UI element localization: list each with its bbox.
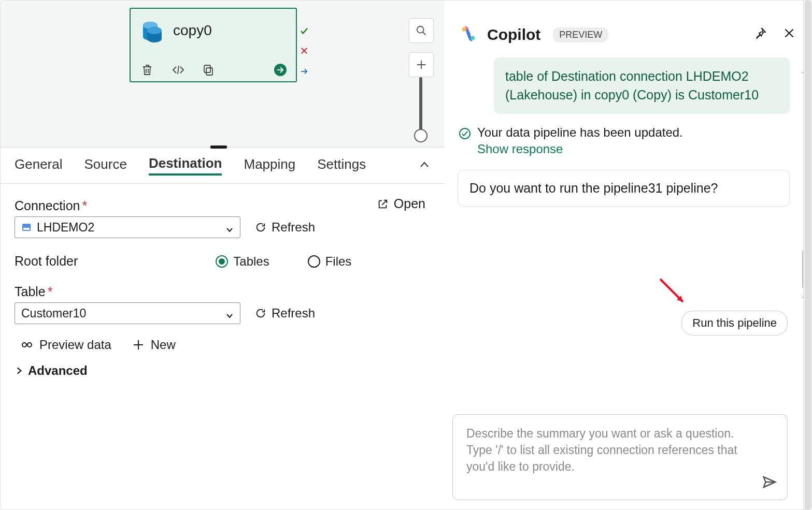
tab-destination[interactable]: Destination — [149, 155, 222, 176]
zoom-slider-handle[interactable] — [414, 129, 428, 142]
zoom-slider-rail[interactable] — [419, 77, 422, 135]
preview-badge: PREVIEW — [553, 27, 608, 42]
svg-rect-8 — [206, 68, 212, 75]
svg-point-16 — [462, 27, 466, 32]
copilot-chat-scroll[interactable]: table of Destination connection LHDEMO2 … — [450, 57, 790, 430]
chat-status-row: Your data pipeline has been updated. Sho… — [459, 125, 790, 156]
table-field-label: Table* — [15, 284, 431, 299]
preview-data-label: Preview data — [39, 338, 111, 352]
connection-select[interactable]: LHDEMO2 — [15, 216, 240, 238]
open-connection-label: Open — [394, 196, 425, 211]
connection-field-label: Connection* — [15, 198, 431, 213]
tab-source[interactable]: Source — [84, 156, 127, 174]
refresh-label: Refresh — [272, 306, 315, 320]
svg-point-18 — [460, 128, 470, 139]
close-panel-button[interactable] — [782, 26, 796, 42]
on-fail-port[interactable] — [300, 46, 309, 55]
pin-panel-button[interactable] — [753, 26, 767, 42]
chevron-down-icon — [225, 223, 234, 237]
delete-activity-button[interactable] — [140, 63, 154, 77]
new-table-label: New — [151, 338, 176, 352]
lakehouse-icon — [21, 222, 32, 232]
svg-point-15 — [27, 343, 32, 347]
connection-refresh-button[interactable]: Refresh — [255, 220, 315, 235]
preview-data-button[interactable]: Preview data — [21, 338, 111, 352]
svg-point-14 — [22, 343, 26, 347]
details-tabs: General Source Destination Mapping Setti… — [1, 148, 445, 184]
svg-point-11 — [417, 26, 424, 33]
refresh-label: Refresh — [272, 220, 315, 235]
collapse-details-button[interactable] — [418, 159, 431, 175]
root-folder-radio-files[interactable]: Files — [308, 254, 352, 269]
activity-node-copy[interactable]: copy0 — [130, 8, 297, 82]
root-folder-radio-tables[interactable]: Tables — [216, 254, 269, 269]
svg-rect-9 — [204, 65, 210, 72]
show-response-link[interactable]: Show response — [477, 142, 683, 156]
chat-assistant-question: Do you want to run the pipeline31 pipeli… — [458, 170, 790, 207]
table-select[interactable]: Customer10 — [15, 302, 240, 324]
tab-mapping[interactable]: Mapping — [244, 156, 295, 174]
chevron-down-icon — [225, 309, 234, 323]
on-success-port[interactable] — [300, 26, 309, 36]
copilot-input[interactable]: Describe the summary you want or ask a q… — [452, 414, 788, 500]
copilot-title: Copilot — [487, 26, 540, 43]
svg-rect-13 — [23, 228, 30, 230]
svg-point-7 — [147, 27, 162, 34]
page-scrollbar[interactable] — [803, 1, 811, 510]
tab-general[interactable]: General — [15, 156, 63, 174]
root-folder-label: Root folder — [15, 254, 78, 269]
on-skip-port[interactable] — [300, 67, 309, 76]
connection-select-value: LHDEMO2 — [37, 221, 94, 235]
send-message-button[interactable] — [762, 474, 777, 492]
tab-settings[interactable]: Settings — [317, 156, 366, 174]
chat-assistant-message: table of Destination connection LHDEMO2 … — [494, 57, 790, 114]
svg-point-6 — [147, 35, 162, 42]
table-refresh-button[interactable]: Refresh — [255, 306, 315, 320]
table-select-value: Customer10 — [21, 307, 86, 320]
activity-node-title: copy0 — [173, 22, 212, 39]
open-connection-link[interactable]: Open — [377, 196, 425, 211]
advanced-section-toggle[interactable]: Advanced — [15, 363, 431, 378]
pipeline-canvas[interactable]: copy0 — [1, 1, 445, 147]
chat-status-text: Your data pipeline has been updated. — [477, 125, 683, 139]
svg-point-17 — [471, 36, 475, 40]
copilot-logo-icon — [458, 23, 479, 46]
clone-activity-button[interactable] — [201, 63, 216, 77]
canvas-add-button[interactable] — [409, 52, 434, 77]
new-table-button[interactable]: New — [132, 338, 176, 352]
activity-proceed-button[interactable] — [273, 63, 288, 77]
database-icon — [139, 19, 164, 44]
advanced-label: Advanced — [28, 363, 88, 378]
canvas-search-button[interactable] — [409, 18, 434, 43]
view-code-button[interactable] — [171, 63, 186, 77]
run-pipeline-suggestion-button[interactable]: Run this pipeline — [681, 311, 788, 336]
